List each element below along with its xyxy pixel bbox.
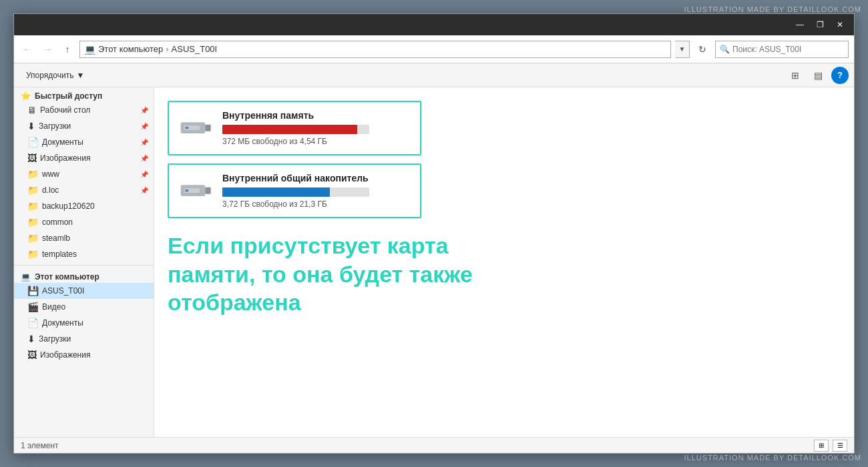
templates-icon: 📁 — [27, 249, 39, 260]
sidebar-item-docs2[interactable]: 📄 Документы — [14, 315, 154, 331]
sidebar-item-www-label: www — [42, 169, 59, 179]
desktop-icon: 🖥 — [27, 105, 37, 115]
backup-icon: 📁 — [27, 201, 39, 211]
watermark-top: ILLUSTRATION MADE BY DETAILLOOK.COM — [684, 5, 861, 13]
sidebar-item-dloc-label: d.loc — [42, 185, 59, 195]
status-list-button[interactable]: ☰ — [833, 440, 847, 452]
view-toggle-button[interactable]: ⊞ — [786, 66, 805, 85]
sidebar-item-downloads2[interactable]: ⬇ Загрузки — [14, 331, 154, 347]
svg-rect-5 — [205, 187, 210, 194]
quick-access-header: ⭐ Быстрый доступ — [14, 87, 154, 102]
drive-svg-2 — [180, 177, 213, 201]
drive-bar-inner-2 — [222, 187, 330, 197]
computer-section-header[interactable]: 💻 Этот компьютер — [14, 268, 154, 283]
www-icon: 📁 — [27, 169, 39, 179]
drive-bar-outer-2 — [222, 187, 369, 197]
sidebar-item-images2[interactable]: 🖼 Изображения — [14, 347, 154, 363]
status-bar-right: ⊞ ☰ — [814, 440, 847, 452]
computer-icon: 💻 — [84, 44, 95, 55]
sort-button[interactable]: Упорядочить ▼ — [19, 66, 91, 85]
status-bar: 1 элемент ⊞ ☰ — [14, 437, 854, 453]
svg-rect-7 — [185, 189, 188, 191]
sidebar: ⭐ Быстрый доступ 🖥 Рабочий стол 📌 ⬇ Загр… — [14, 87, 154, 437]
pin-icon-6: 📌 — [140, 187, 148, 194]
downloads-icon: ⬇ — [27, 121, 35, 131]
title-bar-buttons: — ❐ ✕ — [791, 18, 849, 31]
video-icon: 🎬 — [27, 302, 39, 312]
sidebar-item-templates[interactable]: 📁 templates — [14, 246, 154, 262]
status-count: 1 элемент — [21, 441, 59, 450]
images-icon: 🖼 — [27, 153, 37, 163]
images2-icon: 🖼 — [27, 350, 37, 360]
computer-label: Этот компьютер — [98, 44, 163, 54]
drive-free-1: 372 МБ свободно из 4,54 ГБ — [222, 137, 409, 146]
explorer-window: — ❐ ✕ ← → ↑ 💻 Этот компьютер › ASUS_T00I… — [13, 13, 855, 454]
watermark-bottom: ILLUSTRATION MADE BY DETAILLOOK.COM — [684, 454, 861, 462]
sidebar-item-desktop[interactable]: 🖥 Рабочий стол 📌 — [14, 102, 154, 118]
drive-bar-outer-1 — [222, 125, 369, 134]
sidebar-item-asus[interactable]: 💾 ASUS_T00I — [14, 283, 154, 299]
pin-icon-5: 📌 — [140, 171, 148, 178]
drive-svg-1 — [180, 115, 213, 139]
note-line-2: памяти, то она будет также — [168, 260, 622, 289]
sidebar-item-images-label: Изображения — [40, 153, 90, 163]
sidebar-item-downloads-label: Загрузки — [39, 121, 71, 131]
refresh-button[interactable]: ↻ — [694, 41, 711, 58]
common-icon: 📁 — [27, 217, 39, 227]
pin-icon-3: 📌 — [140, 139, 148, 146]
search-input[interactable] — [732, 45, 844, 54]
close-button[interactable]: ✕ — [831, 18, 849, 31]
pin-icon-2: 📌 — [140, 123, 148, 130]
sidebar-item-documents[interactable]: 📄 Документы 📌 — [14, 134, 154, 150]
main-area: ⭐ Быстрый доступ 🖥 Рабочий стол 📌 ⬇ Загр… — [14, 87, 854, 437]
sidebar-item-steamlb[interactable]: 📁 steamlb — [14, 230, 154, 246]
sidebar-item-images[interactable]: 🖼 Изображения 📌 — [14, 150, 154, 166]
minimize-button[interactable]: — — [791, 18, 809, 31]
quick-access-label: Быстрый доступ — [35, 91, 102, 101]
path-label: ASUS_T00I — [172, 44, 218, 54]
sidebar-divider — [14, 265, 154, 266]
forward-button[interactable]: → — [39, 41, 55, 57]
back-button[interactable]: ← — [19, 41, 35, 57]
sidebar-item-www[interactable]: 📁 www 📌 — [14, 166, 154, 182]
sidebar-item-dloc[interactable]: 📁 d.loc 📌 — [14, 182, 154, 198]
drive-name-1: Внутренняя память — [222, 110, 409, 121]
status-grid-button[interactable]: ⊞ — [814, 440, 829, 452]
sidebar-item-video[interactable]: 🎬 Видео — [14, 299, 154, 315]
sidebar-item-downloads[interactable]: ⬇ Загрузки 📌 — [14, 118, 154, 134]
up-button[interactable]: ↑ — [59, 41, 75, 57]
address-dropdown[interactable]: ▼ — [675, 41, 690, 58]
drive-icon-2 — [180, 177, 213, 204]
address-path[interactable]: 💻 Этот компьютер › ASUS_T00I — [79, 41, 671, 58]
title-bar: — ❐ ✕ — [14, 14, 854, 35]
asus-icon: 💾 — [27, 286, 39, 296]
drive-cards: Внутренняя память 372 МБ свободно из 4,5… — [168, 101, 841, 218]
address-bar: ← → ↑ 💻 Этот компьютер › ASUS_T00I ▼ ↻ 🔍 — [14, 35, 854, 63]
drive-icon-1 — [180, 115, 213, 141]
sidebar-item-desktop-label: Рабочий стол — [40, 105, 90, 115]
drive-bar-inner-1 — [222, 125, 357, 134]
sidebar-item-common[interactable]: 📁 common — [14, 214, 154, 230]
help-button[interactable]: ? — [831, 67, 849, 84]
sort-arrow: ▼ — [76, 71, 84, 80]
drive-card-shared[interactable]: Внутренний общий накопитель 3,72 ГБ своб… — [168, 163, 421, 218]
sidebar-item-backup[interactable]: 📁 backup120620 — [14, 198, 154, 214]
steamlb-icon: 📁 — [27, 233, 39, 244]
sidebar-item-docs2-label: Документы — [42, 318, 83, 328]
downloads2-icon: ⬇ — [27, 334, 35, 344]
drive-card-internal[interactable]: Внутренняя память 372 МБ свободно из 4,5… — [168, 101, 421, 155]
view-pane-button[interactable]: ▤ — [809, 66, 827, 85]
pin-icon: 📌 — [140, 107, 148, 114]
search-icon: 🔍 — [720, 45, 730, 54]
drive-name-2: Внутренний общий накопитель — [222, 173, 409, 183]
maximize-button[interactable]: ❐ — [811, 18, 829, 31]
search-box[interactable]: 🔍 — [715, 41, 849, 58]
sidebar-item-images2-label: Изображения — [40, 350, 90, 360]
toolbar-right: ⊞ ▤ ? — [786, 66, 849, 85]
docs2-icon: 📄 — [27, 318, 39, 328]
svg-rect-1 — [205, 125, 210, 131]
toolbar: Упорядочить ▼ ⊞ ▤ ? — [14, 63, 854, 87]
sort-label: Упорядочить — [26, 71, 73, 80]
dloc-icon: 📁 — [27, 185, 39, 195]
sidebar-item-documents-label: Документы — [42, 137, 83, 147]
